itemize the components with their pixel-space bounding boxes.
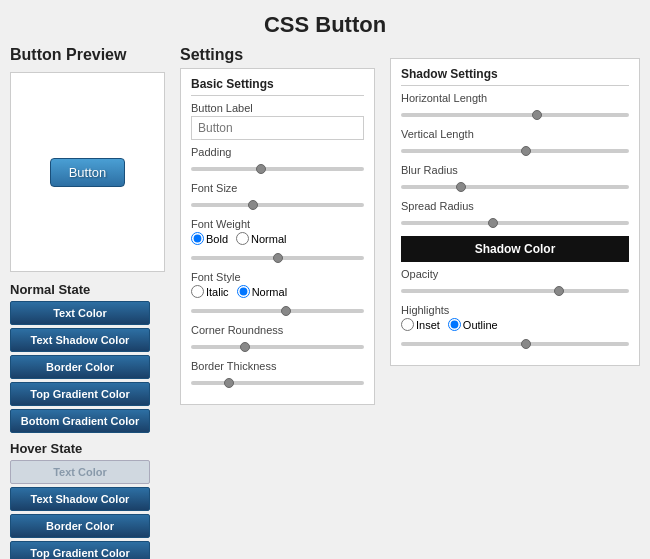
normal-top-gradient-color-button[interactable]: Top Gradient Color bbox=[10, 382, 150, 406]
settings-panel: Basic Settings Button Label Padding Font… bbox=[180, 68, 375, 405]
border-thickness-label: Border Thickness bbox=[191, 360, 364, 372]
page-title: CSS Button bbox=[0, 0, 650, 46]
button-label-input[interactable] bbox=[191, 116, 364, 140]
basic-settings-heading: Basic Settings bbox=[191, 77, 364, 96]
font-style-italic-label[interactable]: Italic bbox=[191, 285, 229, 298]
corner-roundness-slider[interactable] bbox=[191, 345, 364, 349]
font-weight-bold-label[interactable]: Bold bbox=[191, 232, 228, 245]
blur-radius-label: Blur Radius bbox=[401, 164, 629, 176]
font-style-label: Font Style bbox=[191, 271, 364, 283]
normal-text-color-button[interactable]: Text Color bbox=[10, 301, 150, 325]
font-style-normal-label[interactable]: Normal bbox=[237, 285, 287, 298]
hover-text-color-button[interactable]: Text Color bbox=[10, 460, 150, 484]
font-weight-normal-radio[interactable] bbox=[236, 232, 249, 245]
highlights-slider[interactable] bbox=[401, 342, 629, 346]
spread-radius-label: Spread Radius bbox=[401, 200, 629, 212]
inset-label[interactable]: Inset bbox=[401, 318, 440, 331]
corner-roundness-label: Corner Roundness bbox=[191, 324, 364, 336]
preview-area: Button bbox=[10, 72, 165, 272]
normal-text-shadow-color-button[interactable]: Text Shadow Color bbox=[10, 328, 150, 352]
font-style-row: Italic Normal bbox=[191, 285, 364, 298]
outline-radio[interactable] bbox=[448, 318, 461, 331]
font-weight-slider[interactable] bbox=[191, 256, 364, 260]
normal-bottom-gradient-color-button[interactable]: Bottom Gradient Color bbox=[10, 409, 150, 433]
font-style-italic-radio[interactable] bbox=[191, 285, 204, 298]
normal-border-color-button[interactable]: Border Color bbox=[10, 355, 150, 379]
horizontal-length-slider[interactable] bbox=[401, 113, 629, 117]
shadow-color-button[interactable]: Shadow Color bbox=[401, 236, 629, 262]
font-size-slider[interactable] bbox=[191, 203, 364, 207]
border-thickness-slider[interactable] bbox=[191, 381, 364, 385]
button-label-label: Button Label bbox=[191, 102, 364, 114]
horizontal-length-label: Horizontal Length bbox=[401, 92, 629, 104]
hover-text-shadow-color-button[interactable]: Text Shadow Color bbox=[10, 487, 150, 511]
font-weight-label: Font Weight bbox=[191, 218, 364, 230]
vertical-length-label: Vertical Length bbox=[401, 128, 629, 140]
padding-label: Padding bbox=[191, 146, 364, 158]
outline-label[interactable]: Outline bbox=[448, 318, 498, 331]
shadow-settings-heading: Shadow Settings bbox=[401, 67, 629, 86]
font-weight-bold-radio[interactable] bbox=[191, 232, 204, 245]
font-weight-normal-label[interactable]: Normal bbox=[236, 232, 286, 245]
font-style-slider[interactable] bbox=[191, 309, 364, 313]
shadow-panel: Shadow Settings Horizontal Length Vertic… bbox=[390, 58, 640, 366]
opacity-label: Opacity bbox=[401, 268, 629, 280]
hover-state-heading: Hover State bbox=[10, 441, 170, 456]
hover-border-color-button[interactable]: Border Color bbox=[10, 514, 150, 538]
vertical-length-slider[interactable] bbox=[401, 149, 629, 153]
highlights-row: Inset Outline bbox=[401, 318, 629, 331]
padding-slider[interactable] bbox=[191, 167, 364, 171]
preview-button[interactable]: Button bbox=[50, 158, 126, 187]
hover-top-gradient-color-button[interactable]: Top Gradient Color bbox=[10, 541, 150, 559]
font-size-label: Font Size bbox=[191, 182, 364, 194]
highlights-label: Highlights bbox=[401, 304, 629, 316]
preview-heading: Button Preview bbox=[10, 46, 170, 64]
inset-radio[interactable] bbox=[401, 318, 414, 331]
settings-heading: Settings bbox=[180, 46, 380, 64]
font-weight-row: Bold Normal bbox=[191, 232, 364, 245]
opacity-slider[interactable] bbox=[401, 289, 629, 293]
normal-state-heading: Normal State bbox=[10, 282, 170, 297]
spread-radius-slider[interactable] bbox=[401, 221, 629, 225]
blur-radius-slider[interactable] bbox=[401, 185, 629, 189]
font-style-normal-radio[interactable] bbox=[237, 285, 250, 298]
